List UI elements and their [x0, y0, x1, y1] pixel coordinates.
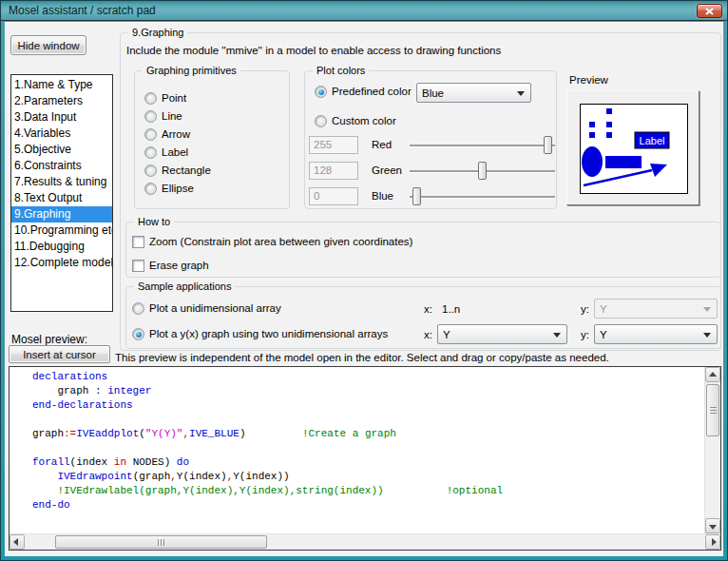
scroll-down-button[interactable]	[705, 518, 720, 533]
code-text[interactable]: declarations graph : integerend-declarat…	[10, 367, 704, 533]
code-line	[32, 441, 704, 455]
sample2-x-combo[interactable]: Y	[437, 324, 567, 344]
chevron-down-icon	[703, 307, 711, 312]
code-line: graph:=IVEaddplot("Y(Y)",IVE_BLUE) !Crea…	[32, 427, 704, 441]
primitive-label: Ellipse	[162, 183, 194, 194]
code-line: end-declarations	[32, 398, 704, 413]
sample-applications-group: Sample applications Plot a unidimensiona…	[125, 286, 721, 349]
horizontal-scrollbar[interactable]	[10, 533, 720, 550]
list-item[interactable]: 10.Programming etc.	[11, 222, 112, 239]
y-label: y:	[581, 303, 589, 315]
primitive-label: Arrow	[162, 128, 190, 140]
y-label: y:	[581, 329, 589, 340]
horizontal-scroll-thumb[interactable]	[55, 535, 267, 549]
green-slider-thumb[interactable]	[478, 162, 487, 180]
graphing-section-title: 9.Graphing	[128, 27, 187, 38]
code-editor[interactable]: declarations graph : integerend-declarat…	[9, 366, 721, 551]
x-range-value: 1..n	[442, 303, 460, 315]
sample2-y-combo[interactable]: Y	[594, 324, 718, 344]
primitive-label: Rectangle	[162, 164, 211, 176]
red-channel-label: Red	[372, 139, 392, 150]
chevron-down-icon	[517, 91, 525, 96]
green-channel-label: Green	[372, 164, 402, 176]
x-label: x:	[424, 329, 432, 340]
red-slider-thumb[interactable]	[544, 136, 552, 154]
predefined-color-label: Predefined color	[332, 86, 412, 97]
preview-graphic-icon: Label	[581, 105, 687, 193]
section-listbox[interactable]: 1.Name & Type2.Parameters3.Data Input4.V…	[10, 74, 113, 312]
blue-slider-thumb[interactable]	[412, 187, 421, 205]
scroll-left-button[interactable]	[10, 534, 25, 550]
blue-slider-track[interactable]	[410, 196, 555, 198]
how-to-group: How to Zoom (Constrain plot area between…	[125, 222, 721, 278]
howto-checkbox-label: Zoom (Constrain plot area between given …	[149, 236, 412, 247]
list-item[interactable]: 1.Name & Type	[11, 77, 112, 93]
code-line: IVEdrawpoint(graph,Y(index),Y(index))	[32, 470, 704, 484]
arrow-left-icon	[13, 538, 18, 546]
list-item[interactable]: 5.Objective	[11, 142, 112, 158]
preview-canvas: Label	[580, 104, 688, 194]
mosel-assistant-window: Mosel assistant / scratch pad Hide windo…	[0, 0, 728, 561]
list-item[interactable]: 3.Data Input	[11, 109, 112, 126]
graphing-primitives-group: Graphing primitives PointLineArrowLabelR…	[134, 70, 290, 209]
red-slider-track[interactable]	[410, 145, 555, 146]
primitive-radio-point[interactable]	[144, 92, 157, 105]
group-title: Graphing primitives	[143, 65, 240, 76]
insert-at-cursor-button[interactable]: Insert at cursor	[9, 345, 110, 363]
primitive-label: Label	[162, 146, 188, 158]
arrow-up-icon	[709, 372, 717, 377]
list-item[interactable]: 7.Results & tuning	[11, 174, 112, 190]
blue-channel-label: Blue	[372, 190, 393, 202]
dialog-content: Hide window 1.Name & Type2.Parameters3.D…	[5, 22, 723, 556]
combo-value: Y	[600, 303, 607, 315]
group-title: Sample applications	[134, 280, 235, 292]
custom-color-radio[interactable]	[315, 115, 327, 127]
hide-window-button[interactable]: Hide window	[10, 35, 86, 55]
list-item[interactable]: 8.Text Output	[11, 190, 112, 206]
howto-checkbox-1[interactable]	[132, 260, 144, 272]
scroll-right-button[interactable]	[705, 534, 720, 550]
sample1-y-combo: Y	[594, 299, 718, 319]
vertical-scroll-thumb[interactable]	[706, 384, 719, 436]
combo-value: Blue	[422, 87, 444, 99]
scroll-up-button[interactable]	[705, 367, 720, 382]
code-line: graph : integer	[32, 384, 704, 398]
predefined-color-combo[interactable]: Blue	[416, 83, 531, 103]
code-line: declarations	[32, 370, 704, 384]
code-line: !IVEdrawlabel(graph,Y(index),Y(index),st…	[32, 484, 704, 498]
blue-value-field: 0	[309, 187, 358, 205]
sample-yx-graph-radio[interactable]	[132, 328, 144, 340]
close-icon	[705, 8, 714, 15]
titlebar[interactable]: Mosel assistant / scratch pad	[1, 1, 727, 21]
primitive-radio-label[interactable]	[144, 146, 157, 159]
list-item[interactable]: 4.Variables	[11, 126, 112, 142]
custom-color-label: Custom color	[332, 115, 396, 126]
primitive-radio-ellipse[interactable]	[144, 183, 157, 195]
close-button[interactable]	[697, 4, 722, 18]
primitive-radio-rectangle[interactable]	[144, 164, 157, 177]
list-item[interactable]: 9.Graphing	[11, 206, 112, 222]
preview-title: Preview	[569, 74, 608, 86]
list-item[interactable]: 12.Complete models	[11, 255, 112, 271]
vertical-scrollbar[interactable]	[704, 367, 720, 533]
preview-label-text: Label	[640, 135, 665, 146]
list-item[interactable]: 2.Parameters	[11, 93, 112, 109]
primitive-label: Point	[162, 92, 186, 104]
chevron-down-icon	[553, 333, 561, 338]
mosel-preview-label: Mosel preview:	[11, 333, 87, 346]
primitive-radio-line[interactable]	[144, 110, 157, 123]
sample-yx-graph-label: Plot a y(x) graph using two unidimension…	[149, 328, 388, 339]
preview-panel: Label	[566, 90, 699, 205]
predefined-color-radio[interactable]	[315, 86, 327, 98]
code-line: forall(index in NODES) do	[32, 455, 704, 470]
graphing-section-group: 9.Graphing Include the module ''mmive'' …	[120, 32, 721, 351]
code-line	[32, 413, 704, 427]
sample-unidimensional-radio[interactable]	[132, 302, 144, 315]
combo-value: Y	[443, 329, 450, 340]
primitive-radio-arrow[interactable]	[144, 128, 157, 141]
x-label: x:	[424, 303, 432, 315]
list-item[interactable]: 11.Debugging	[11, 239, 112, 255]
list-item[interactable]: 6.Constraints	[11, 158, 112, 174]
howto-checkbox-0[interactable]	[132, 236, 144, 248]
arrow-down-icon	[709, 525, 717, 530]
